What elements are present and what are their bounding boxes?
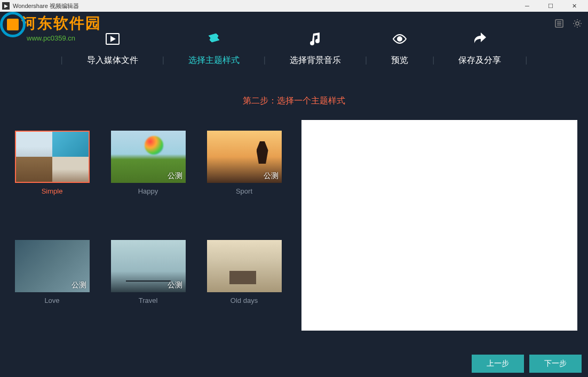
- beta-badge: 公测: [168, 280, 182, 290]
- nav-label: 导入媒体文件: [87, 55, 138, 66]
- svg-point-15: [398, 37, 402, 41]
- music-icon: [307, 30, 324, 47]
- theme-thumbnail: 公测: [15, 240, 90, 292]
- top-actions: [554, 18, 583, 29]
- theme-simple[interactable]: Simple: [11, 131, 93, 221]
- beta-badge: 公测: [71, 280, 86, 290]
- nav-label: 选择主题样式: [188, 55, 240, 66]
- theme-sport[interactable]: 公测 Sport: [203, 131, 285, 221]
- svg-point-4: [576, 22, 579, 25]
- close-button[interactable]: ✕: [562, 0, 586, 12]
- beta-badge: 公测: [264, 171, 279, 181]
- bottom-bar: 上一步 下一步: [0, 350, 588, 377]
- maximize-button[interactable]: ☐: [539, 0, 562, 12]
- theme-happy[interactable]: 公测 Happy: [107, 131, 189, 221]
- theme-label: Sport: [236, 187, 252, 195]
- theme-love[interactable]: 公测 Love: [11, 240, 93, 331]
- nav-label: 预览: [391, 55, 408, 66]
- window-title: Wondershare 视频编辑器: [13, 2, 79, 10]
- step-title: 第二步：选择一个主题样式: [0, 79, 588, 120]
- theme-label: Simple: [42, 187, 63, 195]
- content-area: Simple 公测 Happy 公测 Sport 公测 Love 公测 Trav…: [0, 120, 588, 331]
- theme-icon: [205, 30, 223, 47]
- nav-music[interactable]: 选择背景音乐: [266, 30, 365, 66]
- nav-tabs: | 导入媒体文件 | 选择主题样式 | 选择背景音乐 | 预览 | 保存及分享 …: [0, 12, 588, 79]
- theme-grid: Simple 公测 Happy 公测 Sport 公测 Love 公测 Trav…: [11, 120, 285, 331]
- list-icon[interactable]: [554, 18, 565, 29]
- svg-line-9: [575, 21, 576, 22]
- theme-label: Happy: [138, 187, 158, 195]
- svg-marker-14: [111, 37, 115, 41]
- app-icon: ▶: [2, 2, 10, 10]
- preview-panel: [301, 120, 577, 331]
- theme-label: Travel: [139, 296, 158, 304]
- svg-line-10: [579, 26, 581, 27]
- svg-line-12: [579, 21, 581, 22]
- eye-icon: [391, 30, 408, 47]
- minimize-button[interactable]: ─: [515, 0, 539, 12]
- import-icon: [104, 30, 121, 47]
- theme-olddays[interactable]: Old days: [203, 240, 285, 331]
- nav-label: 保存及分享: [458, 55, 501, 66]
- theme-label: Old days: [231, 296, 258, 304]
- nav-import[interactable]: 导入媒体文件: [63, 30, 162, 66]
- next-button[interactable]: 下一步: [529, 355, 582, 373]
- theme-thumbnail: [207, 240, 282, 292]
- share-icon: [471, 30, 488, 47]
- nav-theme[interactable]: 选择主题样式: [164, 30, 264, 66]
- theme-thumbnail: 公测: [111, 131, 186, 183]
- brightness-icon[interactable]: [572, 18, 583, 29]
- nav-share[interactable]: 保存及分享: [434, 30, 525, 66]
- theme-thumbnail: 公测: [111, 240, 186, 292]
- theme-label: Love: [44, 296, 59, 304]
- prev-button[interactable]: 上一步: [472, 355, 524, 373]
- window-controls: ─ ☐ ✕: [515, 0, 586, 12]
- beta-badge: 公测: [168, 171, 182, 181]
- nav-divider: |: [525, 55, 527, 66]
- titlebar: ▶ Wondershare 视频编辑器 ─ ☐ ✕: [0, 0, 588, 12]
- nav-label: 选择背景音乐: [290, 55, 341, 66]
- theme-thumbnail: 公测: [207, 131, 282, 183]
- theme-thumbnail: [15, 131, 90, 183]
- nav-preview[interactable]: 预览: [367, 30, 432, 66]
- svg-line-11: [575, 26, 576, 27]
- theme-travel[interactable]: 公测 Travel: [107, 240, 189, 331]
